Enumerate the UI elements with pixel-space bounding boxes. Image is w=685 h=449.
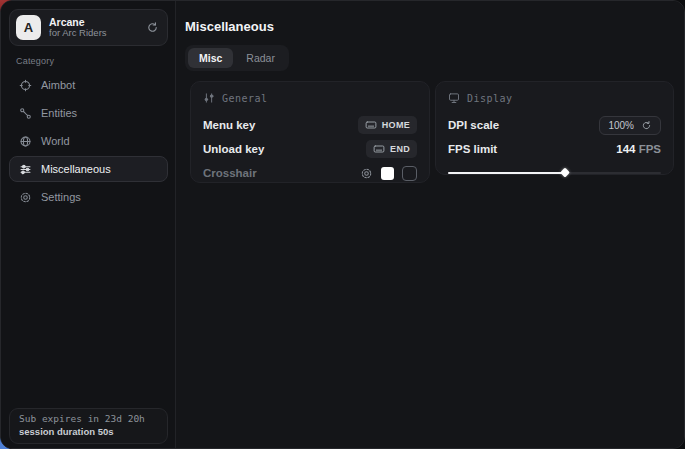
reset-icon	[641, 120, 652, 131]
sidebar-item-miscellaneous[interactable]: Miscellaneous	[9, 156, 168, 182]
globe-icon	[19, 135, 32, 148]
subscription-card: Sub expires in 23d 20h session duration …	[9, 408, 168, 444]
sidebar-item-aimbot[interactable]: Aimbot	[9, 71, 168, 99]
sidebar-item-label: Aimbot	[41, 79, 75, 91]
dpi-scale-value: 100%	[608, 120, 634, 131]
tab-misc[interactable]: Misc	[188, 48, 233, 68]
gear-icon	[19, 191, 32, 204]
app-header-card: A Arcane for Arc Riders	[9, 9, 168, 46]
crosshair-row: Crosshair	[203, 161, 417, 185]
general-panel-icon	[203, 92, 215, 104]
app-window: A Arcane for Arc Riders Category	[0, 0, 685, 449]
crosshair-settings-gear-icon[interactable]	[360, 167, 373, 180]
slider-fill	[448, 172, 565, 174]
crosshair-checkbox[interactable]	[402, 166, 417, 181]
sidebar-item-entities[interactable]: Entities	[9, 99, 168, 127]
display-panel: Display DPI scale 100% FPS limit 144	[435, 81, 674, 175]
keyboard-icon	[365, 119, 377, 131]
crosshair-icon	[19, 79, 32, 92]
sidebar-item-label: Miscellaneous	[41, 163, 111, 175]
app-subtitle: for Arc Riders	[49, 28, 146, 39]
unload-key-bind-button[interactable]: END	[366, 140, 417, 158]
fps-limit-value: 144	[616, 143, 635, 155]
sidebar-item-label: World	[41, 135, 70, 147]
sidebar-item-world[interactable]: World	[9, 127, 168, 155]
sidebar-nav: Aimbot Entities World	[9, 71, 168, 211]
sidebar: A Arcane for Arc Riders Category	[1, 1, 176, 448]
slider-thumb[interactable]	[560, 168, 570, 178]
fps-limit-row: FPS limit 144 FPS	[448, 137, 661, 161]
menu-key-row: Menu key HOME	[203, 113, 417, 137]
sidebar-item-settings[interactable]: Settings	[9, 183, 168, 211]
category-label: Category	[16, 56, 54, 66]
app-logo: A	[16, 15, 41, 40]
general-panel-title: General	[222, 93, 268, 104]
crosshair-label: Crosshair	[203, 167, 257, 179]
dpi-scale-control[interactable]: 100%	[599, 116, 661, 135]
subscription-expiry: Sub expires in 23d 20h	[19, 413, 158, 424]
refresh-icon[interactable]	[146, 21, 159, 34]
display-panel-title: Display	[467, 93, 513, 104]
general-panel: General Menu key HOME Unload key	[190, 81, 430, 183]
page-title: Miscellaneous	[185, 19, 274, 34]
sidebar-item-label: Settings	[41, 191, 81, 203]
entities-icon	[19, 107, 32, 120]
menu-key-bind-button[interactable]: HOME	[358, 116, 417, 134]
keyboard-icon	[373, 143, 385, 155]
unload-key-label: Unload key	[203, 143, 264, 155]
screen: A Arcane for Arc Riders Category	[0, 0, 685, 449]
dpi-scale-row: DPI scale 100%	[448, 113, 661, 137]
crosshair-color-swatch[interactable]	[381, 167, 394, 180]
sidebar-item-label: Entities	[41, 107, 77, 119]
session-duration: session duration 50s	[19, 426, 158, 437]
fps-limit-unit: FPS	[639, 143, 661, 155]
sliders-icon	[19, 163, 32, 176]
tab-radar[interactable]: Radar	[235, 48, 286, 68]
menu-key-label: Menu key	[203, 119, 255, 131]
monitor-icon	[448, 92, 460, 104]
fps-limit-label: FPS limit	[448, 143, 497, 155]
main-content: Miscellaneous Misc Radar General Menu ke…	[177, 1, 684, 448]
unload-key-row: Unload key END	[203, 137, 417, 161]
dpi-scale-label: DPI scale	[448, 119, 499, 131]
fps-limit-slider[interactable]	[448, 169, 661, 177]
tab-bar: Misc Radar	[185, 45, 289, 71]
